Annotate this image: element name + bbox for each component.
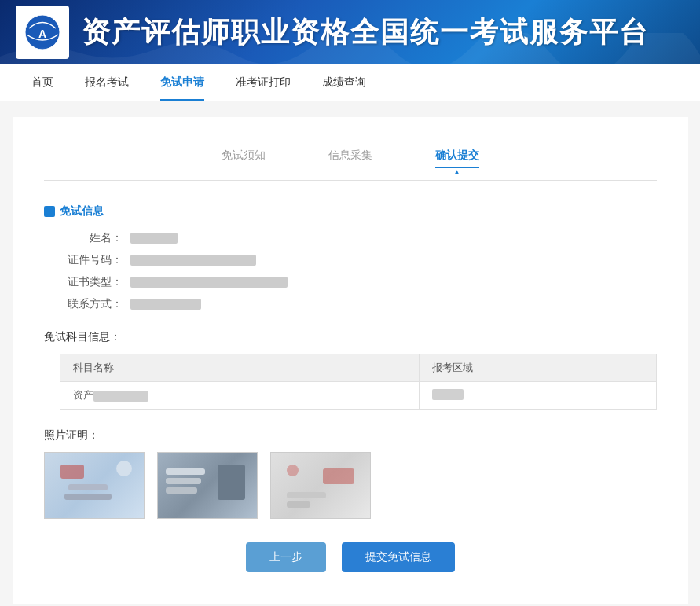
subject-section: 免试科目信息： 科目名称 报考区域 资产	[44, 330, 657, 410]
photo-item-3	[270, 452, 371, 519]
steps-bar: 免试须知 信息采集 确认提交	[44, 133, 657, 181]
photo-blob	[166, 487, 197, 494]
info-row-id: 证件号码：	[60, 253, 657, 267]
photo-blob	[166, 468, 205, 475]
exam-info-section-title: 免试信息	[44, 204, 657, 219]
photo-item-2	[157, 452, 258, 519]
main-content: 免试须知 信息采集 确认提交 免试信息 姓名： 证件号码： 证书类型： 联系方式…	[13, 117, 688, 604]
col-subject-name: 科目名称	[60, 354, 420, 382]
submit-button[interactable]: 提交免试信息	[342, 542, 455, 572]
step-info-collect: 信息采集	[328, 149, 372, 167]
nav-home[interactable]: 首页	[16, 64, 69, 101]
svg-text:A: A	[38, 28, 46, 40]
button-row: 上一步 提交免试信息	[44, 542, 657, 572]
photos-label: 照片证明：	[44, 428, 657, 443]
photo-blob	[287, 492, 326, 498]
nav-admission-print[interactable]: 准考证打印	[220, 64, 306, 101]
nav-exam-register[interactable]: 报名考试	[69, 64, 145, 101]
info-row-contact: 联系方式：	[60, 297, 657, 311]
region-blur	[432, 389, 464, 400]
photo-blob	[323, 468, 354, 484]
photo-blob	[166, 478, 201, 484]
col-region: 报考区域	[420, 354, 656, 382]
subject-table: 科目名称 报考区域 资产	[60, 354, 657, 410]
photos-row	[44, 452, 657, 519]
info-row-cert-type: 证书类型：	[60, 275, 657, 289]
cell-region	[420, 382, 656, 410]
label-contact: 联系方式：	[60, 297, 123, 311]
photo-blob	[287, 501, 310, 508]
info-row-name: 姓名：	[60, 231, 657, 245]
exam-info-table: 姓名： 证件号码： 证书类型： 联系方式：	[60, 231, 657, 311]
page-header: A 资产评估师职业资格全国统一考试服务平台	[0, 0, 700, 64]
value-contact	[130, 299, 201, 310]
label-name: 姓名：	[60, 231, 123, 245]
cell-subject: 资产	[60, 382, 420, 410]
subject-blur	[93, 391, 148, 402]
site-title: 资产评估师职业资格全国统一考试服务平台	[82, 13, 649, 52]
photo-blob	[116, 461, 132, 476]
photo-blob	[64, 494, 112, 500]
nav-exempt-apply[interactable]: 免试申请	[145, 64, 220, 101]
back-button[interactable]: 上一步	[246, 542, 326, 572]
table-row: 资产	[60, 382, 656, 410]
photo-blob	[68, 484, 108, 490]
photo-blob	[218, 465, 245, 500]
label-cert-type: 证书类型：	[60, 275, 123, 289]
value-id	[130, 255, 256, 266]
nav-score-query[interactable]: 成绩查询	[306, 64, 382, 101]
photo-blob	[287, 465, 299, 476]
logo: A	[16, 6, 69, 59]
photo-blob	[60, 465, 84, 479]
photos-section: 照片证明：	[44, 428, 657, 519]
label-id: 证件号码：	[60, 253, 123, 267]
photo-item-1	[44, 452, 145, 519]
step-confirm-submit: 确认提交	[435, 149, 479, 167]
main-nav: 首页 报名考试 免试申请 准考证打印 成绩查询	[0, 64, 700, 101]
value-cert-type	[130, 277, 288, 288]
subject-section-label: 免试科目信息：	[44, 330, 657, 344]
value-name	[130, 233, 178, 244]
step-notice: 免试须知	[222, 149, 266, 167]
